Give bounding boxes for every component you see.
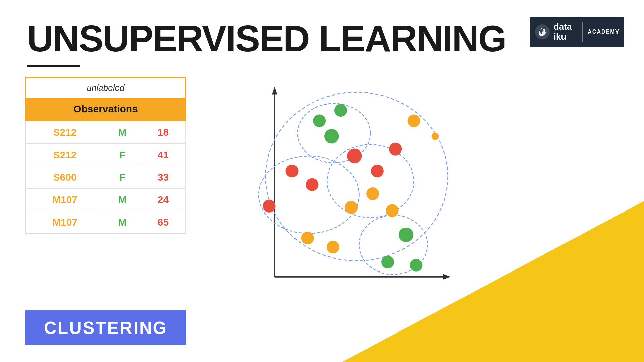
table-row: S212 M 18 [26,121,186,144]
cell-gender: F [104,144,141,166]
svg-point-30 [381,256,394,268]
data-table: S212 M 18 S212 F 41 S600 F 33 M107 M 24 … [25,121,186,234]
svg-point-20 [389,143,402,156]
cell-id: M107 [26,189,104,211]
title-underline [27,65,80,67]
cell-id: M107 [26,211,104,234]
cell-age: 18 [141,121,185,144]
cell-gender: M [104,211,141,234]
svg-point-27 [432,133,439,140]
svg-point-14 [324,129,339,144]
svg-point-24 [301,232,314,244]
table-row: S600 F 33 [26,166,186,189]
cell-id: S212 [26,144,104,166]
table-row: S212 F 41 [26,144,186,166]
svg-point-23 [345,201,358,214]
table-row: M107 M 24 [26,189,186,211]
cell-gender: F [104,166,141,189]
cell-gender: M [104,121,141,144]
svg-marker-6 [443,274,451,279]
cell-age: 65 [141,211,185,234]
svg-point-21 [366,187,379,200]
cell-id: S212 [26,121,104,144]
svg-point-18 [347,148,362,163]
dataiku-bird-icon [534,24,550,40]
svg-point-26 [408,114,420,127]
cell-age: 41 [141,144,185,166]
svg-point-16 [306,178,318,191]
scatter-chart [218,67,486,295]
svg-point-9 [327,144,414,218]
clustering-button[interactable]: CLUSTERING [25,310,186,345]
labeled-text: labeled [97,83,125,93]
page-title: UNSUPERVISED LEARNING [27,20,506,57]
svg-marker-4 [272,87,277,95]
logo-academy-label: ACADEMY [588,29,620,35]
svg-point-2 [543,29,545,31]
svg-point-22 [386,204,399,217]
data-table-container: unlabeled Observations S212 M 18 S212 F … [25,77,186,234]
svg-point-15 [285,165,298,177]
cell-gender: M [104,189,141,211]
logo-text-group: data iku [554,22,572,41]
logo-container: data iku ACADEMY [530,17,624,47]
svg-point-12 [313,114,326,127]
cell-age: 24 [141,189,185,211]
svg-point-8 [259,156,359,233]
svg-point-19 [371,165,384,177]
svg-point-29 [410,259,422,272]
chart-svg [218,67,486,295]
un-text: un [87,83,97,93]
unlabeled-header: unlabeled [25,77,186,98]
observations-header: Observations [25,98,186,121]
logo-iku-text: iku [554,32,572,42]
logo-brand: data iku [534,22,578,41]
logo-data-text: data [554,22,572,32]
svg-point-28 [399,228,414,242]
cell-id: S600 [26,166,104,189]
svg-point-13 [334,104,347,117]
logo-divider [582,22,583,42]
svg-point-17 [263,200,275,213]
svg-point-25 [327,241,339,253]
cell-age: 33 [141,166,185,189]
clustering-label: CLUSTERING [44,318,167,338]
table-row: M107 M 65 [26,211,186,234]
